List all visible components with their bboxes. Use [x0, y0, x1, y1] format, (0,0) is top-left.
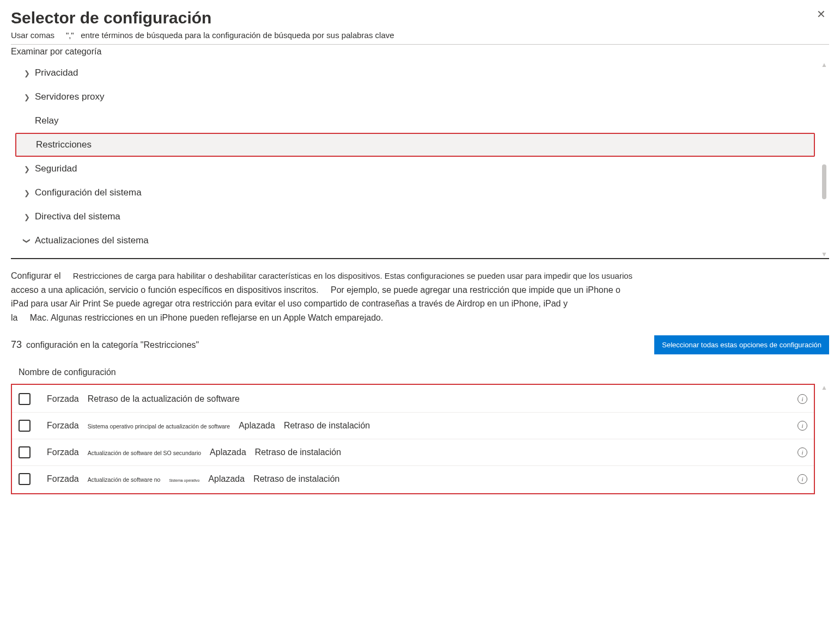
close-icon[interactable]: ✕ [813, 5, 829, 23]
category-label: Privacidad [35, 68, 78, 78]
info-icon[interactable]: i [798, 394, 807, 404]
divider [11, 44, 829, 45]
select-all-button[interactable]: Seleccionar todas estas opciones de conf… [654, 335, 829, 354]
setting-part: Forzada [47, 394, 79, 404]
setting-part: Actualización de software del SO secunda… [88, 450, 201, 456]
scroll-up-icon[interactable]: ▲ [820, 61, 828, 69]
category-description: Configurar el Restricciones de carga par… [11, 269, 829, 324]
subtitle-part-b: "," [66, 30, 74, 40]
desc-text: Por ejemplo, se puede agregar una restri… [331, 285, 620, 295]
setting-name: Forzada Actualización de software del SO… [47, 447, 792, 457]
chevron-right-icon: ❯ [19, 165, 35, 173]
chevron-right-icon: ❯ [19, 213, 35, 221]
setting-checkbox[interactable] [19, 446, 31, 458]
category-item-actualizaciones-sistema[interactable]: ❯ Actualizaciones del sistema [15, 229, 815, 253]
category-item-relay[interactable]: ❯ Relay [15, 109, 815, 133]
settings-picker-dialog: Selector de configuración ✕ Usar comas "… [0, 0, 840, 494]
dialog-subtitle: Usar comas "," entre términos de búsqued… [11, 30, 829, 40]
setting-checkbox[interactable] [19, 420, 31, 432]
chevron-down-icon: ❯ [23, 232, 31, 249]
browse-by-category-label: Examinar por categoría [11, 47, 829, 57]
setting-part: Aplazada [239, 421, 275, 431]
scrollbar-thumb[interactable] [822, 164, 826, 199]
chevron-right-icon: ❯ [19, 69, 35, 77]
dialog-title: Selector de configuración [11, 9, 211, 27]
info-icon[interactable]: i [798, 447, 807, 457]
setting-part: Sistema operativo [169, 478, 199, 482]
column-header-name: Nombre de configuración [19, 367, 829, 377]
settings-highlight-box: Forzada Retraso de la actualización de s… [11, 384, 815, 494]
setting-part: Forzada [47, 474, 79, 484]
category-label: Actualizaciones del sistema [35, 235, 149, 246]
info-icon[interactable]: i [798, 421, 807, 431]
subtitle-part-c: entre términos de búsqueda para la confi… [81, 30, 394, 40]
chevron-right-icon: ❯ [19, 189, 35, 197]
desc-text: Mac. Algunas restricciones en un iPhone … [30, 313, 384, 322]
scroll-down-icon[interactable]: ▼ [820, 250, 828, 258]
setting-part: Actualización de software no [88, 476, 161, 483]
setting-part: Retraso de instalación [284, 421, 370, 431]
setting-part: Forzada [47, 447, 79, 457]
settings-area: Forzada Retraso de la actualización de s… [11, 384, 829, 494]
scroll-up-icon[interactable]: ▲ [820, 384, 828, 391]
setting-checkbox[interactable] [19, 393, 31, 405]
category-item-restricciones[interactable]: ❯ Restricciones [15, 133, 815, 157]
setting-name: Forzada Retraso de la actualización de s… [47, 394, 792, 404]
category-item-privacidad[interactable]: ❯ Privacidad [15, 61, 815, 85]
setting-row[interactable]: Forzada Sistema operativo principal de a… [12, 413, 814, 439]
setting-name: Forzada Sistema operativo principal de a… [47, 421, 792, 431]
setting-row[interactable]: Forzada Actualización de software no Sis… [12, 466, 814, 492]
category-label: Restricciones [36, 139, 92, 150]
category-item-configuracion-sistema[interactable]: ❯ Configuración del sistema [15, 181, 815, 205]
setting-part: Retraso de instalación [253, 474, 339, 484]
category-area: ❯ Privacidad ❯ Servidores proxy ❯ Relay … [11, 61, 829, 259]
desc-text: la [11, 313, 17, 322]
count-row: 73 configuración en la categoría "Restri… [11, 335, 829, 354]
setting-part: Sistema operativo principal de actualiza… [88, 423, 230, 430]
category-label: Directiva del sistema [35, 211, 120, 222]
category-label: Seguridad [35, 163, 77, 174]
setting-name: Forzada Actualización de software no Sis… [47, 474, 792, 484]
desc-text: Restricciones de carga para habilitar o … [73, 271, 632, 280]
category-item-directiva-sistema[interactable]: ❯ Directiva del sistema [15, 205, 815, 229]
setting-row[interactable]: Forzada Actualización de software del SO… [12, 439, 814, 466]
category-label: Servidores proxy [35, 91, 105, 102]
desc-text: acceso a una aplicación, servicio o func… [11, 285, 319, 295]
setting-part: Forzada [47, 421, 79, 431]
category-label: Configuración del sistema [35, 187, 142, 198]
desc-text: iPad para usar Air Print Se puede agrega… [11, 299, 568, 308]
setting-part: Aplazada [208, 474, 245, 484]
setting-row[interactable]: Forzada Retraso de la actualización de s… [12, 386, 814, 413]
setting-part: Retraso de instalación [255, 447, 341, 457]
category-list: ❯ Privacidad ❯ Servidores proxy ❯ Relay … [15, 61, 829, 253]
settings-count: 73 configuración en la categoría "Restri… [11, 339, 199, 351]
setting-checkbox[interactable] [19, 473, 31, 485]
category-label: Relay [35, 115, 58, 126]
desc-text: Configurar el [11, 271, 61, 280]
setting-part: Retraso de la actualización de software [88, 394, 240, 404]
count-text: configuración en la categoría "Restricci… [26, 340, 199, 349]
count-number: 73 [11, 339, 22, 350]
category-scrollbar[interactable]: ▲ ▼ [819, 61, 829, 258]
subtitle-part-a: Usar comas [11, 30, 54, 40]
category-item-seguridad[interactable]: ❯ Seguridad [15, 157, 815, 181]
info-icon[interactable]: i [798, 474, 807, 484]
dialog-header: Selector de configuración ✕ [11, 5, 829, 30]
setting-part: Aplazada [210, 447, 246, 457]
category-item-servidores-proxy[interactable]: ❯ Servidores proxy [15, 85, 815, 109]
chevron-right-icon: ❯ [19, 93, 35, 101]
settings-scrollbar[interactable]: ▲ [819, 384, 829, 494]
